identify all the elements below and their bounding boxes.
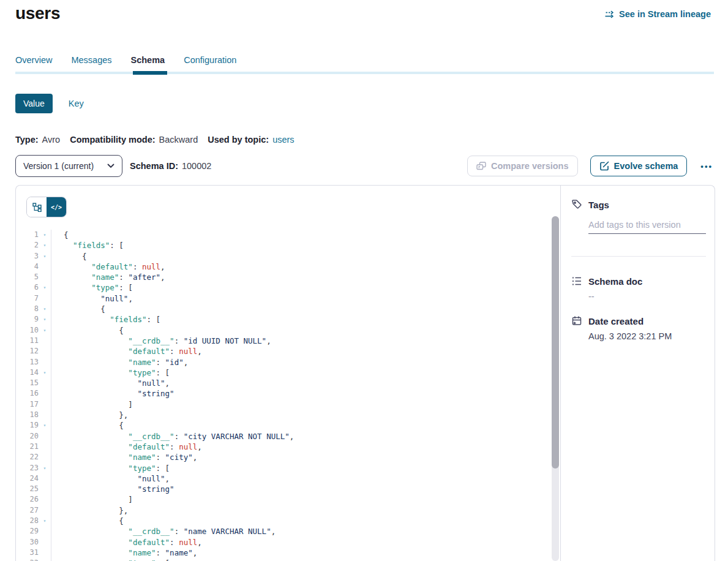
tree-view-button[interactable] bbox=[27, 197, 47, 217]
fold-arrow-icon[interactable]: ▾ bbox=[39, 230, 51, 240]
code-line: 13 "name": "id", bbox=[16, 357, 560, 367]
compare-versions-label: Compare versions bbox=[491, 161, 569, 171]
line-number: 25 bbox=[16, 484, 39, 494]
tag-icon bbox=[571, 199, 582, 210]
code-line: 3▾ { bbox=[16, 251, 560, 262]
chevron-down-icon bbox=[107, 164, 114, 168]
fold-spacer bbox=[39, 293, 51, 304]
date-created-section: Date created Aug. 3 2022 3:21 PM bbox=[571, 315, 706, 341]
calendar-plus-icon bbox=[571, 315, 582, 326]
code-view-button[interactable]: </> bbox=[47, 197, 66, 217]
code-line: 32▾ "type": [ bbox=[16, 558, 560, 561]
fold-arrow-icon[interactable]: ▾ bbox=[39, 282, 51, 293]
code-line: 14▾ "type": [ bbox=[16, 367, 560, 378]
line-number: 24 bbox=[16, 473, 39, 484]
sidebar-divider bbox=[571, 256, 706, 257]
schema-doc-value: -- bbox=[588, 292, 706, 301]
code-line: 22 "name": "city", bbox=[16, 452, 560, 462]
code-text: "__crdb__": "city VARCHAR NOT NULL", bbox=[51, 431, 560, 442]
fold-arrow-icon[interactable]: ▾ bbox=[39, 367, 51, 378]
line-number: 14 bbox=[16, 367, 39, 378]
fold-arrow-icon[interactable]: ▾ bbox=[39, 516, 51, 526]
date-created-title: Date created bbox=[588, 316, 644, 326]
used-by-topic-link[interactable]: users bbox=[272, 135, 294, 145]
fold-arrow-icon[interactable]: ▾ bbox=[39, 251, 51, 262]
fold-arrow-icon[interactable]: ▾ bbox=[39, 558, 51, 561]
line-number: 31 bbox=[16, 548, 39, 558]
code-text: "default": null, bbox=[51, 346, 560, 356]
code-text: }, bbox=[51, 505, 560, 516]
compare-versions-button[interactable]: Compare versions bbox=[467, 156, 578, 176]
fold-spacer bbox=[39, 452, 51, 462]
edit-icon bbox=[599, 161, 609, 171]
fold-spacer bbox=[39, 431, 51, 442]
line-number: 29 bbox=[16, 526, 39, 537]
code-text: "default": null, bbox=[51, 442, 560, 452]
compatibility-value: Backward bbox=[159, 135, 198, 145]
used-by-topic-label: Used by topic: bbox=[208, 135, 269, 145]
line-number: 7 bbox=[16, 293, 39, 304]
line-number: 3 bbox=[16, 251, 39, 262]
code-line: 6▾ "type": [ bbox=[16, 282, 560, 293]
fold-arrow-icon[interactable]: ▾ bbox=[39, 420, 51, 431]
code-text: "null", bbox=[51, 293, 560, 304]
code-line: 12 "default": null, bbox=[16, 346, 560, 356]
fold-spacer bbox=[39, 399, 51, 410]
value-toggle-button[interactable]: Value bbox=[15, 94, 53, 113]
version-select[interactable]: Version 1 (current) bbox=[15, 155, 122, 177]
code-text: "name": "city", bbox=[51, 452, 560, 462]
editor-scrollbar-track[interactable] bbox=[552, 216, 559, 561]
fold-spacer bbox=[39, 272, 51, 282]
line-number: 9 bbox=[16, 314, 39, 325]
see-in-stream-lineage-link[interactable]: See in Stream lineage bbox=[604, 9, 711, 19]
type-value: Avro bbox=[42, 135, 61, 145]
see-in-stream-lineage-label: See in Stream lineage bbox=[619, 9, 711, 19]
fold-arrow-icon[interactable]: ▾ bbox=[39, 314, 51, 325]
fold-arrow-icon[interactable]: ▾ bbox=[39, 325, 51, 336]
tab-messages[interactable]: Messages bbox=[71, 55, 111, 65]
fold-spacer bbox=[39, 336, 51, 346]
code-text: "type": [ bbox=[51, 367, 560, 378]
code-text: "__crdb__": "id UUID NOT NULL", bbox=[51, 336, 560, 346]
code-line: 15 "null", bbox=[16, 378, 560, 388]
line-number: 4 bbox=[16, 262, 39, 272]
tags-input[interactable] bbox=[588, 220, 706, 234]
code-text: "name": "after", bbox=[51, 272, 560, 282]
code-text: "default": null, bbox=[51, 262, 560, 272]
code-line: 30 "default": null, bbox=[16, 537, 560, 548]
code-text: { bbox=[51, 420, 560, 431]
tab-configuration[interactable]: Configuration bbox=[184, 55, 236, 65]
line-number: 23 bbox=[16, 463, 39, 473]
line-number: 10 bbox=[16, 325, 39, 336]
line-number: 27 bbox=[16, 505, 39, 516]
code-text: "string" bbox=[51, 484, 560, 494]
key-toggle-button[interactable]: Key bbox=[69, 99, 84, 108]
tab-overview[interactable]: Overview bbox=[15, 55, 52, 65]
tab-schema[interactable]: Schema bbox=[131, 55, 165, 65]
line-number: 2 bbox=[16, 240, 39, 250]
line-number: 1 bbox=[16, 230, 39, 240]
fold-arrow-icon[interactable]: ▾ bbox=[39, 463, 51, 473]
code-text: { bbox=[51, 516, 560, 526]
fold-arrow-icon[interactable]: ▾ bbox=[39, 304, 51, 314]
code-line: 18 }, bbox=[16, 410, 560, 420]
line-number: 13 bbox=[16, 357, 39, 367]
compare-versions-icon bbox=[476, 162, 486, 170]
editor-scrollbar-thumb[interactable] bbox=[552, 216, 559, 469]
schema-id-value: 100002 bbox=[182, 161, 211, 171]
more-options-button[interactable]: ••• bbox=[699, 159, 714, 173]
code-text: "type": [ bbox=[51, 282, 560, 293]
schema-actions: Compare versions Evolve schema ••• bbox=[467, 156, 714, 176]
value-key-toggle: Value Key bbox=[15, 94, 84, 113]
code-text: "__crdb__": "name VARCHAR NULL", bbox=[51, 526, 560, 537]
line-number: 8 bbox=[16, 304, 39, 314]
code-text: ] bbox=[51, 494, 560, 505]
evolve-schema-button[interactable]: Evolve schema bbox=[590, 156, 688, 176]
line-number: 5 bbox=[16, 272, 39, 282]
schema-doc-heading: Schema doc bbox=[571, 276, 706, 287]
code-line: 25 "string" bbox=[16, 484, 560, 494]
code-text: { bbox=[51, 251, 560, 262]
tree-view-icon bbox=[32, 203, 42, 212]
code-line: 21 "default": null, bbox=[16, 442, 560, 452]
fold-arrow-icon[interactable]: ▾ bbox=[39, 240, 51, 250]
